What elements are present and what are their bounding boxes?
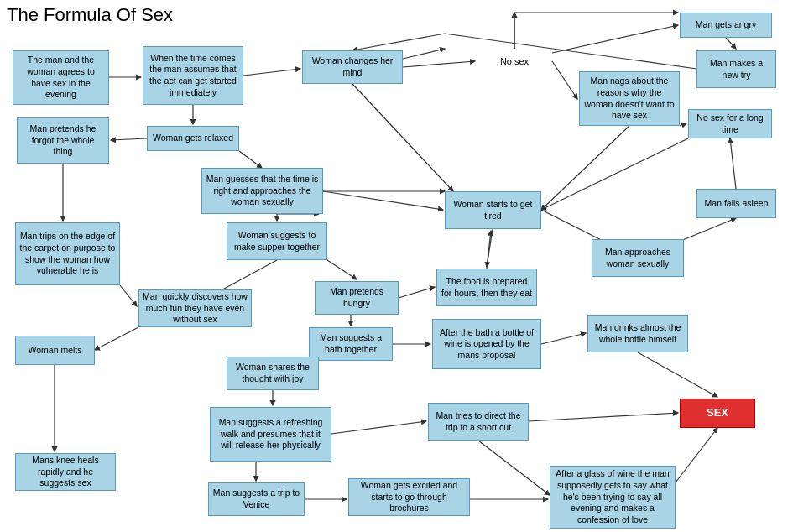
svg-line-41 (541, 126, 629, 210)
svg-line-1 (243, 69, 300, 76)
svg-line-7 (541, 138, 688, 210)
svg-line-21 (399, 287, 435, 298)
svg-line-18 (120, 285, 137, 306)
svg-line-14 (352, 84, 453, 191)
node-n5: Man gets angry (680, 13, 772, 38)
node-n13: Man trips on the edge of the carpet on p… (15, 222, 120, 285)
svg-line-33 (478, 441, 550, 495)
svg-line-4 (552, 61, 577, 99)
svg-line-38 (403, 49, 445, 59)
svg-line-30 (638, 352, 717, 397)
svg-line-20 (327, 260, 357, 279)
svg-line-23 (95, 327, 138, 350)
node-n31: After a glass of wine the man supposedly… (550, 466, 676, 529)
node-n27: SEX (680, 399, 755, 428)
node-n4: No sex (477, 49, 552, 74)
svg-line-2 (403, 61, 475, 67)
node-n24: Man drinks almost the whole bottle himse… (587, 315, 688, 352)
svg-line-11 (239, 151, 262, 168)
node-n2: When the time comes the man assumes that… (143, 46, 243, 105)
node-n21: After the bath a bottle of wine is opene… (432, 319, 541, 369)
node-n1: The man and the woman agrees to have sex… (13, 50, 109, 105)
node-n22: Man approaches woman sexually (592, 239, 684, 277)
node-n15: Man quickly discovers how much fun they … (138, 289, 252, 327)
node-n11: Man guesses that the time is right and a… (201, 168, 323, 214)
node-n23: Man falls asleep (696, 189, 776, 218)
svg-line-37 (676, 428, 717, 482)
svg-line-22 (487, 231, 491, 269)
node-n8: No sex for a long time (688, 109, 772, 138)
node-n19: Man suggests a bath together (309, 327, 393, 361)
node-n25: Man suggests a refreshing walk and presu… (210, 407, 331, 462)
svg-line-29 (541, 333, 586, 344)
node-n10: Man pretends he forgot the whole thing (17, 117, 109, 164)
node-n12: Woman starts to get tired (445, 191, 541, 229)
svg-line-5 (680, 123, 686, 126)
svg-line-17 (730, 138, 736, 189)
node-n16: Man pretends hungry (315, 281, 399, 315)
node-n3: Woman changes her mind (302, 50, 403, 84)
svg-line-12 (323, 191, 443, 210)
node-n26: Man tries to direct the trip to a short … (428, 403, 529, 441)
svg-line-3 (552, 25, 678, 53)
svg-line-39 (487, 229, 493, 267)
diagram: The Formula Of Sex The man and the woman… (0, 0, 793, 532)
node-n14: Woman suggests to make supper together (227, 222, 327, 260)
node-n28: Mans knee heals rapidly and he suggests … (15, 453, 116, 491)
node-n30: Woman gets excited and starts to go thro… (348, 478, 470, 516)
svg-line-9 (111, 138, 147, 140)
node-n6: Man makes a new try (696, 50, 776, 88)
node-n17: The food is prepared for hours, then the… (436, 269, 537, 306)
node-n7: Man nags about the reasons why the woman… (579, 71, 680, 126)
page-title: The Formula Of Sex (7, 4, 173, 26)
svg-line-32 (529, 413, 678, 421)
node-n9: Woman gets relaxed (147, 126, 239, 151)
node-n29: Man suggests a trip to Venice (208, 482, 305, 516)
svg-line-31 (331, 421, 426, 434)
svg-line-6 (726, 38, 736, 49)
node-n18: Woman melts (15, 336, 95, 365)
node-n20: Woman shares the thought with joy (227, 357, 319, 390)
